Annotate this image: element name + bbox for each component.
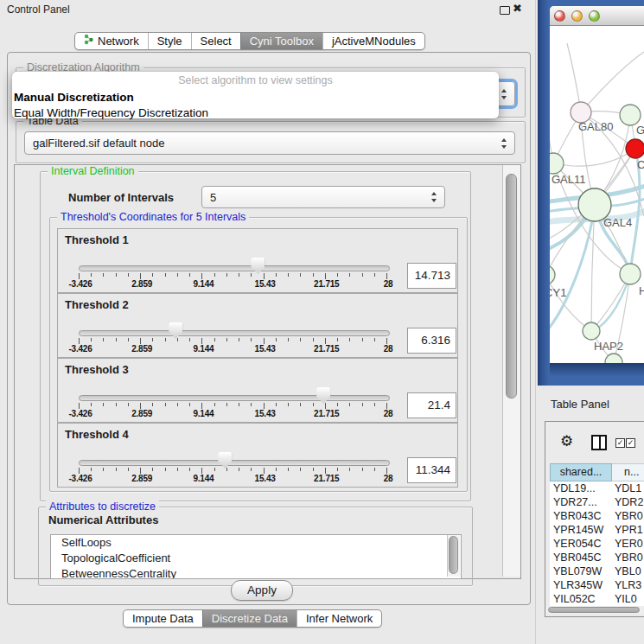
threshold-value-field[interactable]: 11.344 xyxy=(407,457,456,483)
tick-mark xyxy=(201,468,202,474)
table-row[interactable]: YLR345WYLR3 xyxy=(550,578,644,592)
table-data-combobox[interactable]: galFiltered.sif default node xyxy=(24,131,515,155)
tick-mark xyxy=(251,273,252,277)
algorithm-option[interactable]: Equal Width/Frequency Discretization xyxy=(12,105,499,120)
settings-scrollbar[interactable] xyxy=(502,165,520,577)
tab-cyni-toolbox[interactable]: Cyni Toolbox xyxy=(240,33,322,49)
float-window-icon[interactable] xyxy=(500,6,510,15)
attribute-list-item[interactable]: SelfLoops xyxy=(51,535,461,551)
attributes-group-title: Attributes to discretize xyxy=(46,501,159,513)
tick-mark xyxy=(214,403,215,406)
tab-jactivemnodules[interactable]: jActiveMNodules xyxy=(322,33,424,49)
table-row[interactable]: YBR045CYBR0 xyxy=(550,551,644,564)
slider-track[interactable] xyxy=(79,395,390,401)
zoom-light-icon[interactable] xyxy=(589,10,600,22)
attribute-list-item[interactable]: TopologicalCoefficient xyxy=(51,551,461,566)
tick-mark xyxy=(165,273,166,277)
tick-mark xyxy=(325,468,326,474)
tab-network[interactable]: Network xyxy=(75,33,148,49)
tick-label: 9.144 xyxy=(184,279,222,289)
slider-thumb[interactable] xyxy=(218,452,232,469)
tick-label: -3.426 xyxy=(61,344,99,354)
attribute-list-item[interactable]: BetweennessCentrality xyxy=(51,566,461,579)
tick-mark xyxy=(103,338,104,341)
slider-thumb[interactable] xyxy=(251,258,265,274)
tab-infer-network[interactable]: Infer Network xyxy=(296,610,381,627)
tab-label: Style xyxy=(157,33,182,49)
tick-mark xyxy=(165,338,166,341)
tick-mark xyxy=(300,403,301,406)
network-node[interactable] xyxy=(550,153,564,174)
column-selector-icon[interactable] xyxy=(591,435,607,450)
tab-label: Select xyxy=(201,33,232,49)
tick-mark xyxy=(264,273,265,279)
select-all-checkbox-icon[interactable]: ✓ xyxy=(615,438,625,448)
table-cell-name: YDL1 xyxy=(612,481,644,495)
slider-thumb[interactable] xyxy=(316,387,330,404)
tick-mark xyxy=(128,403,129,406)
tick-mark xyxy=(152,468,153,471)
slider-track[interactable] xyxy=(79,460,390,466)
tab-impute-data[interactable]: Impute Data xyxy=(124,610,202,627)
tick-mark xyxy=(313,468,314,471)
network-node-label: GAL80 xyxy=(578,120,613,133)
minimize-light-icon[interactable] xyxy=(571,10,583,22)
tick-mark xyxy=(189,273,190,277)
tick-mark xyxy=(349,273,350,277)
table-row[interactable]: YIL052CYIL0 xyxy=(550,592,644,606)
tick-mark xyxy=(189,338,190,341)
close-icon[interactable]: ✖ xyxy=(513,2,522,15)
network-node[interactable] xyxy=(620,105,641,125)
threshold-value-field[interactable]: 14.713 xyxy=(407,263,456,289)
numerical-attributes-list[interactable]: SelfLoopsTopologicalCoefficientBetweenne… xyxy=(50,534,462,579)
table-row[interactable]: YBR043CYBR0 xyxy=(550,509,644,523)
threshold-row-2: Threshold 2-3.4262.8599.14415.4321.71528… xyxy=(57,293,458,358)
threshold-value-field[interactable]: 21.4 xyxy=(407,392,456,418)
threshold-value-field[interactable]: 6.316 xyxy=(407,328,456,354)
scrollbar-thumb[interactable] xyxy=(548,607,640,613)
tick-mark xyxy=(201,338,202,344)
select-none-checkbox-icon[interactable]: ✓ xyxy=(626,438,635,448)
tick-mark xyxy=(91,338,92,341)
table-header-shared[interactable]: shared... xyxy=(550,463,612,481)
attributes-scrollbar[interactable] xyxy=(447,535,460,577)
network-node[interactable] xyxy=(620,264,641,284)
tick-mark xyxy=(91,273,92,277)
tab-style[interactable]: Style xyxy=(148,33,191,49)
tick-mark xyxy=(91,468,92,471)
slider-track[interactable] xyxy=(79,330,390,336)
table-row[interactable]: YER054CYER0 xyxy=(550,537,644,551)
tick-mark xyxy=(165,468,166,471)
tick-mark xyxy=(103,403,104,406)
slider-thumb[interactable] xyxy=(169,322,182,339)
slider-track[interactable] xyxy=(79,265,390,271)
scrollbar-thumb[interactable] xyxy=(449,536,458,574)
table-hscrollbar[interactable] xyxy=(546,606,643,614)
node-attribute-table[interactable]: shared...n...YDL19...YDL1YDR27...YDR2YBR… xyxy=(550,463,644,606)
scrollbar-thumb[interactable] xyxy=(506,174,517,399)
tick-mark xyxy=(116,338,117,341)
tick-mark xyxy=(362,273,363,277)
table-row[interactable]: YBL079WYBL0 xyxy=(550,564,644,578)
table-header-name[interactable]: n... xyxy=(612,463,644,481)
network-window-titlebar[interactable] xyxy=(550,6,644,26)
tab-select[interactable]: Select xyxy=(191,33,240,49)
tick-mark xyxy=(251,468,252,471)
tab-discretize-data[interactable]: Discretize Data xyxy=(202,610,296,627)
table-cell-name: YER0 xyxy=(612,537,644,551)
network-node[interactable] xyxy=(583,322,600,340)
table-row[interactable]: YDL19...YDL1 xyxy=(550,481,644,495)
close-light-icon[interactable] xyxy=(554,10,565,22)
gear-icon[interactable]: ⚙ xyxy=(560,432,573,450)
network-node-label: HAP2 xyxy=(594,340,623,353)
network-node-label: GCY1 xyxy=(550,286,566,299)
apply-button[interactable]: Apply xyxy=(231,580,293,601)
table-row[interactable]: YPR145WYPR1 xyxy=(550,523,644,537)
network-node[interactable] xyxy=(550,265,555,284)
algorithm-option[interactable]: Manual Discretization xyxy=(12,89,499,105)
tick-mark xyxy=(177,273,178,277)
network-node[interactable] xyxy=(626,139,644,158)
table-row[interactable]: YDR27...YDR2 xyxy=(550,495,644,509)
network-canvas[interactable]: GAL80GACGAL11GAL4GCY1HHAP2 xyxy=(550,26,644,363)
number-of-intervals-combobox[interactable]: 5 xyxy=(201,186,445,208)
